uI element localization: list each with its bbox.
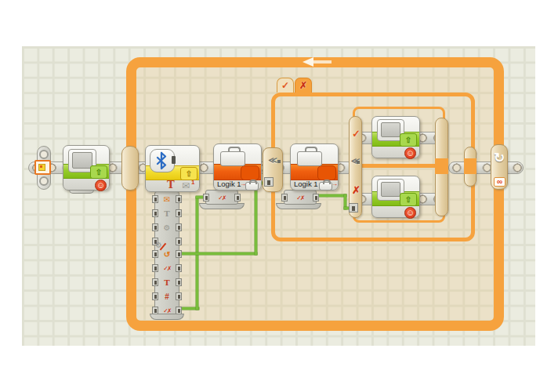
loop-flow-arrow-tail [313, 60, 332, 64]
mini-briefcase-handle [323, 180, 331, 184]
variable-write-block[interactable]: Logik 1 → [213, 143, 262, 191]
hub-row-gear-crossed: ⚙ [155, 237, 179, 248]
loop-left-tab[interactable] [121, 146, 139, 191]
start-point-marker[interactable] [34, 160, 51, 175]
image-arrow-icon: ⇧ [400, 193, 417, 206]
check-icon: ✓ [352, 128, 361, 140]
wire-variable-to-flatswitch[interactable] [315, 194, 346, 197]
text-type-icon: T [167, 179, 175, 191]
data-port[interactable] [234, 194, 241, 201]
beam-hole [39, 176, 49, 186]
logic-icon: ✓✗ [206, 191, 237, 205]
data-port[interactable] [176, 209, 182, 217]
variable-name-label: Logik 1 [294, 180, 318, 188]
flat-switch-condition-port[interactable] [349, 203, 358, 212]
loop-arrows-icon: ↻ [491, 150, 507, 166]
tab-switch-true[interactable]: ✓ [277, 78, 294, 93]
write-arrow-icon: → [240, 180, 246, 187]
image-arrow-icon: ⇧ [90, 165, 107, 179]
variable-stripe-blob [317, 165, 336, 180]
loop-forever-badge[interactable]: ∞ [494, 177, 505, 187]
variable-stripe-blob [241, 165, 259, 180]
envelope-icon: ✉ [182, 180, 190, 191]
bluetooth-data-hub[interactable]: ✉ T ⚙ ⚙ ↺ ✓✗ T # ✓✗ [154, 191, 179, 315]
message-arrow-icon: ⇧ [180, 167, 197, 180]
briefcase-icon [220, 151, 245, 166]
tab-switch-false[interactable]: ✗ [295, 78, 312, 93]
variable-name-label: Logik 1 [217, 180, 241, 188]
variable-read-block[interactable]: Logik 1 → [290, 143, 339, 191]
smiley-icon: ☺ [404, 207, 416, 219]
hub-row-received: ↺ [155, 249, 179, 260]
display-block-false[interactable]: ⇧ ☺ [371, 176, 420, 218]
hub-row-logic: ✓✗ [155, 263, 179, 274]
data-port[interactable] [176, 278, 182, 286]
data-port[interactable] [176, 223, 182, 231]
switch-right-beam-joint [464, 158, 476, 174]
data-port[interactable] [176, 250, 182, 258]
read-arrow-icon: → [332, 180, 338, 187]
display-block-true[interactable]: ⇧ ☺ [371, 116, 420, 158]
cross-icon: ✗ [352, 184, 361, 196]
smiley-icon: ☺ [95, 180, 107, 191]
bluetooth-icon-notch [172, 156, 176, 164]
display-block[interactable]: ⇧ ☺ [63, 145, 110, 191]
image-arrow-icon: ⇧ [400, 133, 417, 147]
variable-read-hub[interactable]: ✓✗ [284, 190, 317, 205]
data-port[interactable] [176, 264, 182, 272]
data-port[interactable] [176, 195, 182, 203]
switch-glyph-icon: ≪ [263, 155, 282, 165]
program-canvas: ✉ T ⚙ ⚙ ↺ ✓✗ T # ✓✗ ✓✗ ✓✗ ⇧ ☺ [0, 0, 558, 392]
hub-row-mailbox: ✉ [155, 194, 179, 205]
data-port[interactable] [176, 238, 182, 245]
mini-briefcase-handle [249, 180, 257, 184]
mailbox-number-badge: 1 [191, 179, 194, 186]
briefcase-icon [297, 151, 322, 166]
infinity-icon: ∞ [497, 177, 502, 186]
logic-icon: ✓✗ [284, 191, 316, 205]
check-icon: ✓ [281, 80, 289, 91]
switch-condition-port[interactable] [264, 177, 274, 187]
data-port[interactable] [313, 194, 319, 201]
cross-icon: ✗ [299, 80, 307, 91]
switch-glyph-icon: ≪ [350, 156, 361, 166]
gear-crossed-icon: ⚙ [155, 241, 162, 249]
loop-flow-arrow-icon [303, 57, 313, 67]
variable-write-hub[interactable]: ✓✗ [205, 190, 238, 205]
hub-closed-tab[interactable] [69, 190, 94, 194]
main-sequence-beam-right [448, 162, 524, 174]
bluetooth-receive-block[interactable]: ⇧ T ✉ 1 [145, 145, 200, 192]
wire-received-to-switch[interactable] [255, 183, 257, 255]
beam-hole [39, 150, 49, 159]
wire-received-to-switch[interactable] [179, 252, 257, 255]
start-icon [38, 164, 45, 171]
hub-row-text-out: T [155, 278, 179, 289]
merge-bar-beam-joint [435, 158, 448, 174]
hub-bottom-flare [150, 314, 184, 320]
smiley-icon: ☺ [404, 147, 416, 159]
hub-row-text: T [155, 209, 179, 220]
switch-center-line [354, 164, 448, 168]
data-port[interactable] [176, 292, 182, 300]
hub-row-number-out: # [155, 292, 179, 303]
hub-row-number: ⚙ [155, 223, 179, 234]
